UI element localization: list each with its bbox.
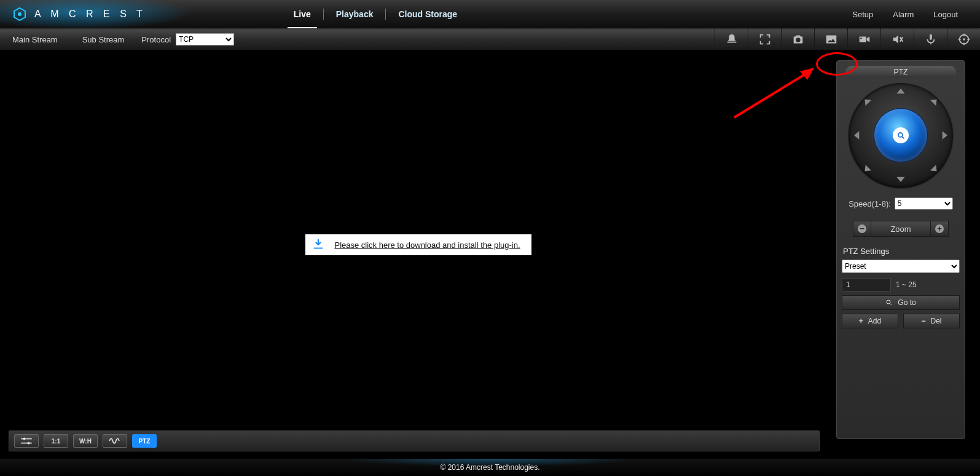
ptz-up-arrow[interactable] (895, 85, 907, 98)
header-bar: A M C R E S T Live Playback Cloud Storag… (0, 0, 980, 28)
fullscreen-icon[interactable]: + (748, 28, 781, 50)
ptz-settings-select[interactable]: Preset (842, 260, 960, 273)
preset-range-label: 1 ~ 25 (896, 280, 917, 289)
add-preset-button[interactable]: + Add (842, 314, 898, 328)
ptz-upright-arrow[interactable] (928, 95, 941, 108)
ptz-center-button[interactable] (874, 109, 927, 162)
video-viewport: Please click here to download and instal… (0, 50, 836, 439)
alarm-bell-icon[interactable] (715, 28, 748, 50)
nav-playback[interactable]: Playback (324, 0, 386, 28)
scale-wh-button[interactable]: W:H (73, 434, 98, 448)
ptz-toggle-button[interactable]: PTZ (132, 434, 157, 448)
ptz-speed-select[interactable]: 5 (895, 197, 953, 210)
ptz-title: PTZ (845, 66, 956, 78)
del-preset-button[interactable]: − Del (903, 314, 960, 328)
search-icon (885, 299, 893, 306)
ptz-wheel (849, 83, 953, 188)
microphone-icon[interactable] (914, 28, 947, 50)
nav-alarm[interactable]: Alarm (883, 10, 923, 19)
protocol-label: Protocol (141, 35, 171, 44)
svg-rect-2 (727, 42, 736, 43)
ptz-down-arrow[interactable] (895, 173, 907, 185)
main-area: Please click here to download and instal… (0, 50, 980, 439)
crosshair-icon[interactable] (947, 28, 980, 50)
zoom-out-button[interactable]: − (853, 221, 871, 237)
svg-text:+: + (767, 34, 770, 39)
speaker-mute-icon[interactable] (880, 28, 914, 50)
plugin-download-link[interactable]: Please click here to download and instal… (334, 240, 520, 250)
ptz-settings-label: PTZ Settings (843, 247, 960, 256)
nav-main: Live Playback Cloud Storage (281, 0, 469, 28)
svg-point-11 (887, 300, 890, 304)
adjust-sliders-button[interactable] (14, 434, 39, 448)
download-icon (311, 238, 324, 252)
scale-1-1-button[interactable]: 1:1 (44, 434, 68, 448)
svg-point-4 (828, 37, 829, 39)
footer-text: © 2016 Amcrest Technologies. (440, 463, 539, 472)
zoom-label: Zoom (871, 221, 930, 237)
plus-icon: + (859, 317, 863, 325)
nav-live[interactable]: Live (281, 0, 323, 28)
plugin-download-banner: Please click here to download and instal… (305, 234, 531, 255)
svg-point-1 (18, 12, 22, 16)
logo-hex-icon (12, 7, 27, 22)
goto-button[interactable]: Go to (842, 295, 960, 310)
ptz-center-icon (893, 127, 909, 143)
video-bottom-toolbar: 1:1 W:H PTZ (9, 430, 820, 451)
nav-setup[interactable]: Setup (842, 10, 883, 19)
svg-line-10 (902, 137, 904, 138)
svg-point-8 (963, 38, 965, 41)
record-camera-icon[interactable] (847, 28, 880, 50)
wave-icon (108, 437, 122, 445)
ptz-panel: PTZ Speed(1-8): (836, 60, 965, 439)
ptz-speed-label: Speed(1-8): (849, 199, 891, 208)
sliders-icon (20, 437, 33, 445)
svg-line-12 (890, 304, 892, 306)
main-stream-link[interactable]: Main Stream (0, 35, 70, 44)
snapshot-camera-icon[interactable] (781, 28, 814, 50)
zoom-in-button[interactable]: + (930, 221, 949, 237)
brand-logo: A M C R E S T (12, 7, 146, 22)
preset-number-input[interactable] (842, 278, 891, 292)
svg-point-9 (898, 133, 903, 137)
minus-icon: − (921, 317, 925, 325)
ptz-downleft-arrow[interactable] (861, 163, 873, 175)
protocol-select[interactable]: TCP (176, 33, 234, 46)
nav-cloud-storage[interactable]: Cloud Storage (386, 0, 469, 28)
sub-toolbar: Main Stream Sub Stream Protocol TCP + (0, 28, 980, 50)
svg-point-16 (28, 442, 30, 445)
nav-right: Setup Alarm Logout (842, 10, 968, 19)
picture-icon[interactable] (814, 28, 847, 50)
footer: © 2016 Amcrest Technologies. (0, 459, 980, 476)
ptz-upleft-arrow[interactable] (861, 95, 873, 108)
nav-logout[interactable]: Logout (923, 10, 968, 19)
ptz-downright-arrow[interactable] (928, 163, 941, 175)
ptz-right-arrow[interactable] (938, 129, 951, 141)
svg-point-14 (23, 438, 26, 440)
ptz-left-arrow[interactable] (851, 129, 863, 141)
svg-rect-6 (930, 34, 932, 40)
fluency-button[interactable] (103, 434, 127, 448)
sub-stream-link[interactable]: Sub Stream (70, 35, 137, 44)
svg-point-5 (860, 38, 861, 39)
brand-text: A M C R E S T (34, 9, 146, 20)
